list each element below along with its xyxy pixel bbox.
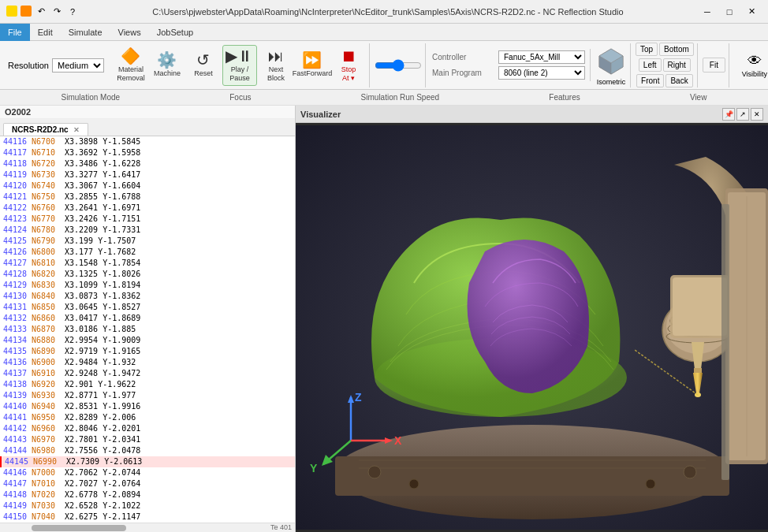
machine-button[interactable]: ⚙️ Machine: [150, 45, 185, 86]
table-row[interactable]: 44150N7040X2.6275 Y-2.1147: [0, 512, 295, 523]
resolution-select[interactable]: Medium Low High: [52, 58, 104, 73]
close-button[interactable]: ✕: [741, 4, 762, 20]
front-view-button[interactable]: Front: [636, 74, 664, 87]
stop-button[interactable]: ⏹ StopAt ▾: [331, 45, 366, 86]
table-row[interactable]: 44136N6900X2.9484 Y-1.932: [0, 357, 295, 368]
code-content: X3.0873 Y-1.8362: [63, 291, 140, 302]
next-block-button[interactable]: ⏭ NextBlock: [259, 45, 293, 86]
fit-button[interactable]: Fit: [703, 58, 725, 73]
table-row[interactable]: 44144N6980X2.7556 Y-2.0478: [0, 445, 295, 456]
table-row[interactable]: 44145N6990X2.7309 Y-2.0613: [0, 456, 295, 467]
table-row[interactable]: 44141N6950X2.8289 Y-2.006: [0, 412, 295, 423]
table-row[interactable]: 44120N6740X3.3067 Y-1.6604: [0, 180, 295, 192]
help-icon[interactable]: ?: [66, 6, 79, 18]
line-number: 44120: [0, 180, 32, 192]
line-number: 44148: [0, 489, 32, 500]
line-number: 44130: [0, 291, 32, 302]
line-number: 44146: [0, 467, 32, 478]
menu-jobsetup[interactable]: JobSetup: [149, 24, 201, 41]
table-row[interactable]: 44133N6870X3.0186 Y-1.885: [0, 324, 295, 335]
table-row[interactable]: 44117N6710X3.3692 Y-1.5958: [0, 147, 295, 158]
z-axis-label: Z: [355, 391, 362, 404]
table-row[interactable]: 44126N6800X3.177 Y-1.7682: [0, 247, 295, 258]
scrollbar-thumb-h[interactable]: [32, 525, 126, 531]
viz-pin-button[interactable]: 📌: [722, 108, 735, 121]
undo-icon[interactable]: ↶: [35, 6, 47, 18]
menu-views[interactable]: Views: [110, 24, 149, 41]
reset-button[interactable]: ↺ Reset: [186, 45, 221, 86]
visualizer-canvas[interactable]: Z X Y: [296, 123, 768, 532]
table-row[interactable]: 44118N6720X3.3486 Y-1.6228: [0, 158, 295, 169]
table-row[interactable]: 44139N6930X2.8771 Y-1.977: [0, 390, 295, 401]
code-content: X3.3067 Y-1.6604: [63, 180, 140, 192]
controller-label: Controller: [432, 53, 495, 61]
table-row[interactable]: 44119N6730X3.3277 Y-1.6417: [0, 169, 295, 180]
controller-select[interactable]: Fanuc_5Ax_Mill: [498, 50, 585, 64]
line-number: 44132: [0, 313, 32, 324]
menu-edit[interactable]: Edit: [30, 24, 61, 41]
table-row[interactable]: 44138N6920X2.901 Y-1.9622: [0, 379, 295, 390]
table-row[interactable]: 44127N6810X3.1548 Y-1.7854: [0, 258, 295, 269]
table-row[interactable]: 44142N6960X2.8046 Y-2.0201: [0, 423, 295, 434]
table-row[interactable]: 44129N6830X3.1099 Y-1.8194: [0, 280, 295, 291]
viz-float-button[interactable]: ↗: [736, 108, 749, 121]
line-number: 44147: [0, 478, 32, 489]
code-content: X2.6528 Y-2.1022: [63, 500, 140, 512]
table-row[interactable]: 44125N6790X3.199 Y-1.7507: [0, 236, 295, 247]
machine-label: Machine: [154, 69, 181, 78]
left-view-button[interactable]: Left: [639, 58, 662, 72]
table-row[interactable]: 44128N6820X3.1325 Y-1.8026: [0, 269, 295, 280]
code-tab[interactable]: NCRS-R2D2.nc ✕: [3, 123, 88, 136]
isometric-cube[interactable]: [595, 45, 627, 76]
main-program-select[interactable]: 8060 (line 2): [498, 66, 585, 80]
titlebar-app-icons: ↶ ↷ ?: [6, 6, 79, 18]
toolbar: Resolution Medium Low High 🔶 MaterialRem…: [0, 41, 768, 90]
tab-name: NCRS-R2D2.nc: [12, 125, 69, 134]
back-view-button[interactable]: Back: [665, 74, 692, 87]
table-row[interactable]: 44131N6850X3.0645 Y-1.8527: [0, 302, 295, 313]
table-row[interactable]: 44122N6760X3.2641 Y-1.6971: [0, 203, 295, 214]
line-number: 44137: [0, 368, 32, 379]
viz-close-button[interactable]: ✕: [751, 108, 763, 121]
code-content: X2.6275 Y-2.1147: [63, 512, 140, 523]
redo-icon[interactable]: ↷: [50, 6, 63, 18]
table-row[interactable]: 44132N6860X3.0417 Y-1.8689: [0, 313, 295, 324]
speed-slider[interactable]: [375, 59, 422, 72]
table-row[interactable]: 44137N6910X2.9248 Y-1.9472: [0, 368, 295, 379]
maximize-button[interactable]: □: [719, 4, 740, 20]
horizontal-scrollbar[interactable]: Te 401: [0, 523, 295, 532]
table-row[interactable]: 44149N7030X2.6528 Y-2.1022: [0, 500, 295, 512]
table-row[interactable]: 44135N6890X2.9719 Y-1.9165: [0, 346, 295, 357]
bottom-view-button[interactable]: Bottom: [659, 43, 694, 56]
line-number: 44144: [0, 445, 32, 456]
table-row[interactable]: 44121N6750X3.2855 Y-1.6788: [0, 192, 295, 203]
top-view-button[interactable]: Top: [636, 43, 658, 56]
table-row[interactable]: 44130N6840X3.0873 Y-1.8362: [0, 291, 295, 302]
material-removal-button[interactable]: 🔶 MaterialRemoval: [114, 45, 148, 86]
minimize-button[interactable]: ─: [697, 4, 718, 20]
code-scroll[interactable]: 44116N6700X3.3898 Y-1.584544117N6710X3.3…: [0, 136, 295, 523]
simmode-bar: Simulation Mode Focus Simulation Run Spe…: [0, 90, 768, 106]
x-axis-label: X: [394, 434, 402, 447]
code-content: X2.6778 Y-2.0894: [63, 489, 140, 500]
menu-file[interactable]: File: [0, 24, 30, 41]
table-row[interactable]: 44116N6700X3.3898 Y-1.5845: [0, 136, 295, 147]
n-code: N6710: [32, 147, 63, 158]
table-row[interactable]: 44123N6770X3.2426 Y-1.7151: [0, 214, 295, 225]
n-code: N6960: [32, 423, 63, 434]
table-row[interactable]: 44134N6880X2.9954 Y-1.9009: [0, 335, 295, 346]
table-row[interactable]: 44146N7000X2.7062 Y-2.0744: [0, 467, 295, 478]
fast-forward-button[interactable]: ⏩ FastForward: [295, 45, 330, 86]
right-view-button[interactable]: Right: [663, 58, 691, 72]
table-row[interactable]: 44148N7020X2.6778 Y-2.0894: [0, 489, 295, 500]
table-row[interactable]: 44124N6780X3.2209 Y-1.7331: [0, 225, 295, 236]
tab-close-icon[interactable]: ✕: [73, 126, 80, 134]
play-pause-button[interactable]: ▶⏸ Play /Pause: [222, 45, 257, 86]
table-row[interactable]: 44140N6940X2.8531 Y-1.9916: [0, 401, 295, 412]
visibility-button[interactable]: 👁 Visibility: [736, 53, 768, 78]
table-row[interactable]: 44147N7010X2.7027 Y-2.0764: [0, 478, 295, 489]
n-code: N6830: [32, 280, 63, 291]
menu-simulate[interactable]: Simulate: [61, 24, 110, 41]
table-row[interactable]: 44143N6970X2.7801 Y-2.0341: [0, 434, 295, 445]
n-code: N7010: [32, 478, 63, 489]
